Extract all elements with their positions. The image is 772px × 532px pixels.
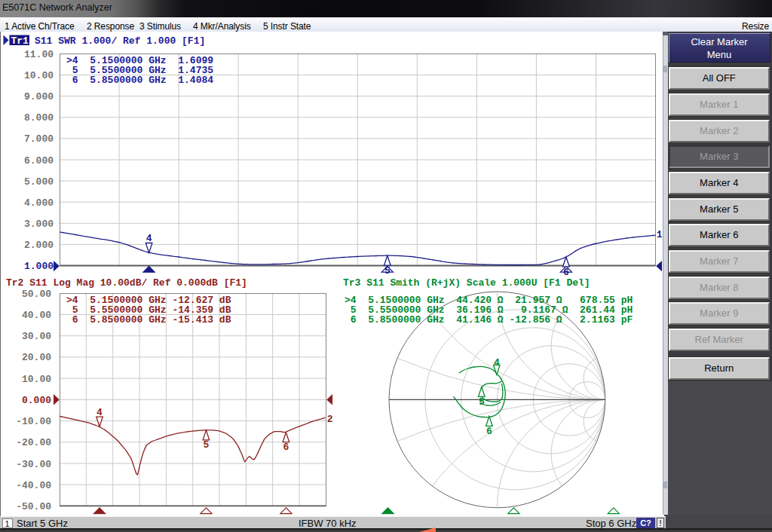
svg-text:3.000: 3.000 <box>24 219 54 230</box>
svg-text:-50.00: -50.00 <box>16 501 51 512</box>
svg-text:5: 5 <box>479 396 485 408</box>
svg-text:5: 5 <box>203 439 209 451</box>
svg-text:Tr1: Tr1 <box>11 35 29 47</box>
svg-text:2.000: 2.000 <box>24 240 54 251</box>
svg-text:-40.00: -40.00 <box>16 480 51 491</box>
svg-text:-20.00: -20.00 <box>16 437 51 448</box>
svg-text:-30.00: -30.00 <box>16 459 51 470</box>
svg-text:11.00: 11.00 <box>24 49 54 60</box>
svg-text:4: 4 <box>494 357 500 368</box>
svg-text:8.000: 8.000 <box>24 112 54 124</box>
svg-text:4.000: 4.000 <box>24 197 54 209</box>
svg-text:6: 6 <box>563 267 569 278</box>
svg-text:4: 4 <box>96 407 103 418</box>
svg-text:5.000: 5.000 <box>24 176 54 188</box>
svg-text:6 5.8500000 GHz 1.4084: 6 5.8500000 GHz 1.4084 <box>66 75 213 86</box>
svg-text:0.000: 0.000 <box>22 395 51 406</box>
svg-text:10.00: 10.00 <box>24 70 54 81</box>
svg-text:7.000: 7.000 <box>24 133 54 145</box>
svg-text:6 5.8500000 GHz 41.146 Ω -12: 6 5.8500000 GHz 41.146 Ω -12.856 Ω 2.116… <box>345 314 633 326</box>
svg-text:50.00: 50.00 <box>22 289 51 300</box>
svg-text:6: 6 <box>486 426 492 437</box>
svg-text:2: 2 <box>327 414 333 425</box>
svg-text:Tr2 S11 Log Mag 10.00dB/ Ref 0: Tr2 S11 Log Mag 10.00dB/ Ref 0.000dB [F1… <box>6 277 247 289</box>
svg-text:9.000: 9.000 <box>24 91 54 102</box>
svg-text:-10.00: -10.00 <box>16 416 51 427</box>
svg-text:S11 SWR 1.000/ Ref 1.000 [F1]: S11 SWR 1.000/ Ref 1.000 [F1] <box>35 35 205 47</box>
svg-text:40.00: 40.00 <box>22 310 51 321</box>
svg-text:10.00: 10.00 <box>22 374 51 385</box>
svg-text:4: 4 <box>146 233 152 244</box>
svg-text:Tr3 S11 Smith (R+jX) Scale 1.0: Tr3 S11 Smith (R+jX) Scale 1.000U [F1 De… <box>343 277 590 289</box>
svg-text:30.00: 30.00 <box>22 331 51 342</box>
svg-text:6 5.8500000 GHz -15.413 dB: 6 5.8500000 GHz -15.413 dB <box>66 314 231 326</box>
svg-text:1.000: 1.000 <box>24 261 54 272</box>
svg-text:6: 6 <box>283 442 289 453</box>
svg-text:5: 5 <box>384 265 391 277</box>
svg-text:6.000: 6.000 <box>24 155 54 167</box>
svg-text:20.00: 20.00 <box>22 352 51 363</box>
